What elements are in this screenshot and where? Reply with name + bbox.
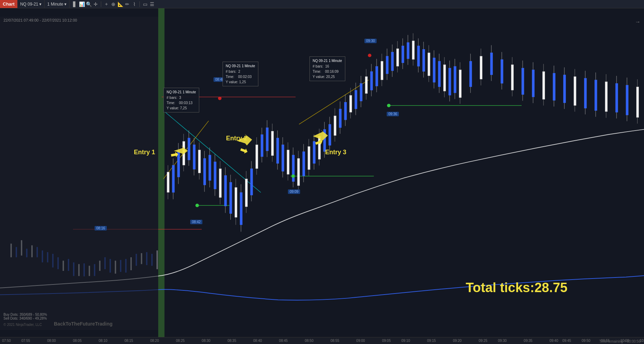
ruler-icon[interactable]: 📐 — [117, 1, 123, 7]
copyright-label: © 2021 NinjaTrader, LLC — [3, 323, 42, 327]
ib1-time: Time: 00:03:13 — [167, 100, 196, 105]
svg-rect-49 — [188, 138, 190, 160]
draw-icon[interactable]: ✏ — [124, 1, 130, 7]
ib1-yval: Y value: 7,25 — [167, 105, 196, 111]
svg-rect-175 — [407, 42, 409, 59]
time-tick: 09:15 — [427, 339, 436, 343]
time-tick: 09:45 — [562, 339, 571, 343]
magnify-icon[interactable]: 🔍 — [86, 1, 92, 7]
time-tick: 08:15 — [124, 339, 133, 343]
instrument-selector[interactable]: NQ 09-21 ▾ — [17, 0, 45, 8]
time-label-0816: 08:16 — [95, 226, 107, 230]
svg-rect-58 — [203, 158, 206, 185]
time-tick: 08:25 — [176, 339, 185, 343]
svg-rect-79 — [240, 193, 242, 225]
svg-rect-244 — [595, 80, 597, 111]
svg-rect-70 — [224, 175, 227, 206]
candlestick-icon[interactable]: 📊 — [79, 1, 85, 7]
ib3-yval: Y value: 20,25 — [313, 74, 342, 79]
svg-rect-256 — [636, 87, 639, 117]
svg-rect-235 — [563, 75, 566, 103]
time-tick: 08:50 — [305, 339, 313, 343]
svg-rect-67 — [219, 169, 222, 197]
svg-rect-154 — [370, 71, 373, 90]
ib2-title: NQ 09-21 1 Minute — [226, 63, 255, 69]
svg-rect-94 — [266, 128, 268, 151]
svg-rect-37 — [167, 172, 169, 193]
svg-rect-211 — [480, 56, 482, 79]
svg-rect-193 — [438, 61, 441, 87]
svg-rect-112 — [297, 158, 300, 186]
svg-rect-205 — [459, 70, 461, 97]
fibonacci-icon[interactable]: ⌇ — [131, 1, 137, 7]
ib3-bars: # bars: 16 — [313, 64, 342, 69]
time-tick: 08:10 — [99, 339, 107, 343]
svg-rect-238 — [574, 77, 576, 105]
total-ticks-label: Total ticks:28.75 — [466, 280, 567, 295]
list-icon[interactable]: ☰ — [149, 1, 155, 7]
time-tick: 09:40 — [549, 339, 558, 343]
time-tick: 09:50 — [582, 339, 590, 343]
timeframe-label: 1 Minute — [47, 2, 63, 7]
time-label-0936: 09:36 — [387, 112, 399, 116]
svg-rect-157 — [376, 66, 378, 86]
time-tick: 08:55 — [331, 339, 339, 343]
svg-rect-199 — [449, 68, 451, 95]
plus-icon[interactable]: ＋ — [103, 1, 110, 7]
svg-rect-40 — [172, 165, 175, 192]
svg-point-264 — [368, 54, 371, 57]
svg-rect-97 — [271, 131, 274, 156]
ib2-yval: Y value: 1,25 — [226, 79, 255, 85]
info-box-3: NQ 09-21 1 Minute # bars: 16 Time: 00:16… — [309, 56, 345, 81]
svg-rect-226 — [532, 70, 534, 97]
svg-rect-217 — [501, 60, 503, 84]
time-tick: 09:35 — [524, 339, 532, 343]
svg-rect-52 — [193, 145, 195, 170]
svg-rect-247 — [605, 82, 607, 112]
chart-area[interactable]: 22/07/2021 07:49:00 - 22/07/2021 10:12:0… — [0, 8, 644, 337]
svg-rect-220 — [511, 65, 514, 90]
time-tick: 08:40 — [253, 339, 262, 343]
info-box-1: NQ 09-21 1 Minute # bars: 3 Time: 00:03:… — [163, 88, 199, 112]
time-label-0930: 09:30 — [364, 39, 377, 43]
time-tick: 09:00 — [356, 339, 365, 343]
svg-rect-160 — [381, 61, 383, 80]
svg-point-265 — [195, 204, 199, 207]
pre-market-overlay — [0, 17, 158, 330]
buy-dots-label: Buy Dots: 350/689 - 50,80% — [3, 313, 47, 316]
svg-rect-103 — [282, 145, 284, 171]
bar-chart-icon[interactable]: ▋ — [72, 1, 78, 7]
svg-rect-115 — [303, 151, 305, 176]
svg-rect-142 — [349, 95, 352, 112]
svg-rect-91 — [261, 134, 263, 157]
svg-rect-145 — [355, 90, 357, 109]
time-tick: 09:30 — [498, 339, 507, 343]
measure-icon[interactable]: ⊕ — [110, 1, 116, 7]
chart-tab[interactable]: Chart — [0, 0, 17, 8]
svg-rect-202 — [454, 66, 456, 93]
time-tick: 09:25 — [478, 339, 487, 343]
instrument-label: NQ 09-21 — [20, 2, 38, 7]
timeframe-selector[interactable]: 1 Minute ▾ — [45, 0, 70, 8]
sell-dots-label: Sell Dots: 340/690 - 49,28% — [3, 316, 47, 320]
crosshair-icon[interactable]: ✛ — [92, 1, 99, 7]
svg-rect-163 — [386, 56, 388, 74]
ib3-time: Time: 00:16:09 — [313, 69, 342, 74]
svg-point-262 — [218, 97, 222, 100]
svg-rect-139 — [344, 102, 347, 120]
svg-rect-232 — [553, 73, 555, 100]
svg-rect-55 — [198, 150, 201, 173]
ib1-title: NQ 09-21 1 Minute — [167, 89, 196, 95]
svg-rect-181 — [417, 46, 420, 67]
chevron-down-icon: ▾ — [39, 2, 41, 7]
info-box-2: NQ 09-21 1 Minute # bars: 2 Time: 00:02:… — [223, 62, 258, 86]
svg-rect-184 — [422, 49, 425, 72]
ib2-bars: # bars: 2 — [226, 69, 255, 74]
svg-rect-223 — [522, 68, 524, 94]
svg-point-267 — [387, 104, 391, 107]
entry1-label: Entry 1 — [134, 149, 155, 156]
time-tick: 08:00 — [47, 339, 56, 343]
ib2-time: Time: 00:02:03 — [226, 74, 255, 79]
ib1-bars: # bars: 3 — [167, 95, 196, 100]
rectangle-icon[interactable]: ▭ — [142, 1, 148, 7]
